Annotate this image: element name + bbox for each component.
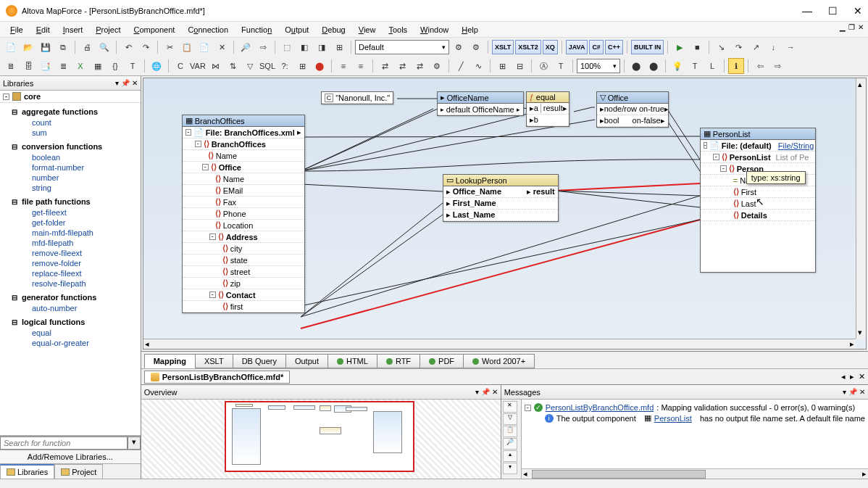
lang-csharp[interactable]: C# [589,40,604,54]
file-link[interactable]: File/String [778,141,814,150]
insert-xml-button[interactable]: 🗎 [3,58,19,74]
autoconnect-button[interactable]: ⇄ [377,58,393,74]
add-remove-libraries[interactable]: Add/Remove Libraries... [0,450,141,463]
show-annotations-button[interactable]: Ⓐ [535,58,551,74]
help-button[interactable]: ℹ [728,58,744,74]
msg-clear-button[interactable]: ✕ [503,401,517,413]
lang-builtin[interactable]: BUILT IN [631,40,664,54]
panel-close-icon[interactable]: ✕ [132,79,138,87]
menu-debug[interactable]: Debug [316,24,351,36]
undo-button[interactable]: ↶ [120,39,136,55]
lib-group[interactable]: conversion functions [0,138,141,152]
tab-libraries[interactable]: Libraries [0,464,54,479]
const-button[interactable]: C [172,58,188,74]
node-office[interactable]: ▽Office ▸node/rowon-true▸ ▸boolon-false▸ [596,91,669,128]
valuemap-button[interactable]: ⊞ [294,58,310,74]
lang-xslt2[interactable]: XSLT2 [515,40,541,54]
tab-prev-icon[interactable]: ◂ [841,372,846,381]
panel-menu-icon[interactable]: ▾ [115,79,119,87]
lib-function[interactable]: equal [0,328,141,338]
msg-component-link[interactable]: PersonList [654,414,692,423]
lib-function[interactable]: format-number [0,162,141,173]
exception-button[interactable]: ⬤ [312,58,327,74]
lib-function[interactable]: number [0,173,141,183]
paste-button[interactable]: 📄 [196,39,212,55]
lib-function[interactable]: sum [0,128,141,138]
lib-group[interactable]: generator functions [0,289,141,303]
msg-copy-button[interactable]: 📋 [503,426,517,437]
lang-java[interactable]: JAVA [566,40,588,54]
lang-xslt[interactable]: XSLT [492,40,514,54]
menu-insert[interactable]: Insert [57,24,89,36]
msg-next-button[interactable]: ▾ [503,463,517,474]
mdi-restore-icon[interactable]: ❐ [848,23,855,31]
menu-file[interactable]: File [4,24,29,36]
lib-function[interactable]: main-mfd-filepath [0,228,141,238]
menu-output[interactable]: Output [279,24,314,36]
tab-output[interactable]: Output [285,354,328,368]
menu-edit[interactable]: Edit [30,24,56,36]
print-button[interactable]: 🖨 [79,39,95,55]
v-scrollbar[interactable]: ▴▾ [856,78,866,339]
search-input[interactable] [0,437,128,450]
menu-connection[interactable]: Connection [182,24,234,36]
menu-help[interactable]: Help [456,24,484,36]
join-button[interactable]: ⋈ [207,58,223,74]
mdi-minimize-icon[interactable]: ▁ [840,23,846,31]
copy-button[interactable]: 📋 [179,39,195,55]
mdi-close-icon[interactable]: ✕ [858,23,864,31]
print-preview-button[interactable]: 🔍 [96,39,112,55]
search-menu-button[interactable]: ▾ [128,437,141,450]
save-button[interactable]: 💾 [38,39,54,55]
panel-pin-icon[interactable]: 📌 [121,79,130,87]
lib-root-core[interactable]: - core [0,91,141,103]
var-button[interactable]: VAR [190,58,206,74]
show-lib-button[interactable]: L [704,58,720,74]
node-officename[interactable]: ▸OfficeName ▸default OfficeName▸ [437,91,524,116]
insert-ws-button[interactable]: 🌐 [149,58,164,74]
toolbar-settings2-button[interactable]: ⚙ [468,39,484,55]
lib-function[interactable]: remove-folder [0,258,141,268]
lang-xq[interactable]: XQ [543,40,558,54]
autolayout2-button[interactable]: ⊟ [512,58,527,74]
back-button[interactable]: ⇦ [752,58,768,74]
insert-text-button[interactable]: T [125,58,141,74]
find-button[interactable]: 🔎 [238,39,254,55]
insert-db-button[interactable]: 🗄 [20,58,36,74]
minimize-button[interactable]: — [802,5,812,17]
panel-pin-icon[interactable]: 📌 [848,388,857,396]
maximize-button[interactable]: ☐ [828,5,838,17]
msg-prev-button[interactable]: ▴ [503,450,517,462]
step-next-button[interactable]: → [783,39,798,55]
stop-button[interactable]: ■ [689,39,705,55]
lib-function[interactable]: get-fileext [0,207,141,218]
node-lookupperson[interactable]: ▭LookupPerson ▸ Office_Name▸ result ▸ Fi… [443,174,559,222]
insert-xbrl-button[interactable]: ▦ [90,58,106,74]
settings-button[interactable]: ⚙ [429,58,445,74]
step-out-button[interactable]: ↗ [748,39,764,55]
breakpoint2-button[interactable]: ⬤ [646,58,662,74]
lib-group[interactable]: logical functions [0,313,141,328]
tab-close-icon[interactable]: ✕ [859,372,865,381]
tab-xslt[interactable]: XSLT [195,354,233,368]
toolbar-settings-button[interactable]: ⚙ [451,39,467,55]
node-branchoffices[interactable]: ▦BranchOffices -📄File: BranchOffices.xml… [182,115,305,313]
lib-function[interactable]: resolve-filepath [0,278,141,289]
toolbar-btn-d[interactable]: ⊞ [331,39,347,55]
msg-find-button[interactable]: 🔎 [503,438,517,450]
mapping-canvas[interactable]: C"Nanonull, Inc." ▦BranchOffices -📄File:… [143,78,867,350]
tab-project[interactable]: Project [54,464,103,479]
toolbar-btn-c[interactable]: ◨ [314,39,330,55]
conn-curved-button[interactable]: ∿ [470,58,486,74]
lib-function[interactable]: replace-fileext [0,268,141,278]
step-into-button[interactable]: ↓ [765,39,781,55]
lang-cpp[interactable]: C++ [605,40,623,54]
lib-function[interactable]: get-folder [0,218,141,228]
lib-group[interactable]: aggregate functions [0,103,141,117]
filter-button[interactable]: ▽ [242,58,258,74]
message-line[interactable]: - ✓ PersonListByBranchOffice.mfd: Mappin… [525,402,865,413]
overview-map[interactable] [141,400,501,479]
insert-json-button[interactable]: {} [107,58,123,74]
panel-close-icon[interactable]: ✕ [859,388,865,396]
tab-rtf[interactable]: RTF [377,354,420,368]
